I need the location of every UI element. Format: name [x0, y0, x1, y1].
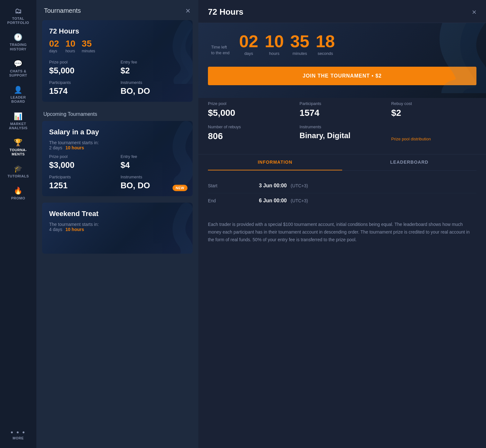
sidebar-item-market-analysis[interactable]: 📊 MARKETANALYSIS	[0, 108, 36, 135]
active-instruments: Instruments BO, DO	[121, 80, 186, 96]
detail-rebuy-cost-value: $2	[391, 108, 476, 118]
detail-rebuy-cost-label: Rebuy cost	[391, 101, 476, 106]
upcoming-card-1-stats: Prize pool $3,000 Entry fee $4 Participa…	[49, 154, 186, 190]
detail-instruments: Instruments Binary, Digital	[299, 124, 385, 141]
sidebar-label-chats-support: CHATS &SUPPORT	[9, 69, 27, 78]
close-detail-button[interactable]: ×	[472, 8, 476, 16]
detail-prize-pool: Prize pool $5,000	[208, 101, 293, 118]
active-prize-pool-label: Prize pool	[49, 60, 114, 64]
sidebar-item-leaderboard[interactable]: 👤 LEADERBOARD	[0, 82, 36, 108]
big-hours-value: 10	[265, 33, 284, 50]
upcoming-card-1-starts: The tournament starts in: 2 days 10 hour…	[49, 140, 186, 150]
new-badge: NEW	[173, 185, 188, 191]
active-tournament-card[interactable]: 72 Hours 02 days 10 hours 35 minutes Pri…	[42, 20, 193, 102]
sidebar-item-tournaments[interactable]: 🏆 TOURNA-MENTS	[0, 135, 36, 161]
panel-title: Tournaments	[44, 7, 81, 14]
active-prize-pool: Prize pool $5,000	[49, 60, 114, 76]
detail-participants-label: Participants	[299, 101, 385, 106]
end-row: End 6 Jun 00:00 (UTC+3)	[208, 193, 476, 208]
dots-icon: ● ● ●	[11, 430, 26, 434]
sidebar: 🗂 TOTAL PORTFOLIO 🕐 TRADINGHISTORY 💬 CHA…	[0, 0, 36, 448]
big-days-value: 02	[239, 33, 258, 50]
sidebar-item-total-portfolio[interactable]: 🗂 TOTAL PORTFOLIO	[0, 3, 36, 29]
big-seconds-label: seconds	[318, 51, 333, 56]
active-instruments-value: BO, DO	[121, 86, 186, 96]
big-minutes-value: 35	[290, 33, 309, 50]
close-tournaments-button[interactable]: ✕	[185, 8, 191, 14]
big-minutes: 35 minutes	[290, 33, 309, 56]
countdown-minutes-value: 35	[82, 39, 92, 48]
big-minutes-label: minutes	[292, 51, 307, 56]
countdown-minutes-label: minutes	[82, 49, 95, 53]
end-label: End	[208, 198, 259, 203]
detail-rebuys: Number of rebuys 806	[208, 124, 293, 141]
sidebar-label-total-portfolio: TOTAL PORTFOLIO	[3, 17, 34, 25]
sidebar-item-trading-history[interactable]: 🕐 TRADINGHISTORY	[0, 29, 36, 56]
time-left-label: Time left to the end	[211, 44, 230, 56]
upcoming-card-2-starts: The tournament starts in: 4 days 10 hour…	[49, 222, 186, 232]
countdown-hours: 10 hours	[65, 39, 75, 53]
detail-prize-pool-label: Prize pool	[208, 101, 293, 106]
upcoming-card-2[interactable]: Weekend Treat The tournament starts in: …	[42, 203, 193, 254]
active-participants-value: 1574	[49, 86, 114, 96]
countdown-hours-label: hours	[65, 49, 75, 53]
start-value: 3 Jun 00:00 (UTC+3)	[259, 183, 308, 189]
active-card-countdown: 02 days 10 hours 35 minutes	[49, 39, 186, 53]
clock-icon: 🕐	[14, 34, 23, 41]
trophy-icon: 🏆	[14, 139, 23, 146]
big-hours-label: hours	[269, 51, 280, 56]
sidebar-label-market-analysis: MARKETANALYSIS	[9, 122, 28, 130]
detail-participants: Participants 1574	[299, 101, 385, 118]
active-entry-fee: Entry fee $2	[121, 60, 186, 76]
detail-rebuys-value: 806	[208, 131, 293, 141]
big-countdown-items: 02 days 10 hours 35 minutes 18 seconds	[239, 33, 335, 56]
detail-rebuy-cost: Rebuy cost $2	[391, 101, 476, 118]
detail-instruments-label: Instruments	[299, 124, 385, 129]
upcoming-card-1[interactable]: Salary in a Day The tournament starts in…	[42, 121, 193, 196]
detail-instruments-value: Binary, Digital	[299, 131, 385, 140]
sidebar-item-more[interactable]: ● ● ● MORE	[0, 425, 36, 445]
briefcase-icon: 🗂	[15, 8, 22, 15]
big-seconds: 18 seconds	[316, 33, 335, 56]
detail-participants-value: 1574	[299, 108, 385, 118]
chart-icon: 📊	[14, 113, 23, 120]
tab-information[interactable]: INFORMATION	[208, 154, 342, 170]
upcoming-card-2-title: Weekend Treat	[49, 210, 186, 218]
detail-prize-pool-value: $5,000	[208, 108, 293, 118]
active-participants: Participants 1574	[49, 80, 114, 96]
active-participants-label: Participants	[49, 80, 114, 85]
countdown-minutes: 35 minutes	[82, 39, 95, 53]
detail-header: 72 Hours ×	[198, 0, 486, 23]
upcoming-card-1-title: Salary in a Day	[49, 128, 186, 136]
upcoming-tournaments-label: Upcoming Tournaments	[36, 108, 198, 121]
end-value: 6 Jun 00:00 (UTC+3)	[259, 198, 308, 204]
sidebar-item-promo[interactable]: 🔥 PROMO	[0, 183, 36, 205]
detail-stats: Prize pool $5,000 Participants 1574 Rebu…	[198, 98, 486, 154]
active-card-stats: Prize pool $5,000 Entry fee $2 Participa…	[49, 60, 186, 96]
active-entry-fee-label: Entry fee	[121, 60, 186, 64]
big-seconds-value: 18	[316, 33, 335, 50]
detail-stats-row-2: Number of rebuys 806 Instruments Binary,…	[208, 124, 476, 141]
sidebar-item-tutorials[interactable]: 🎓 TUTORIALS	[0, 161, 36, 183]
countdown-days: 02 days	[49, 39, 59, 53]
sidebar-label-leaderboard: LEADERBOARD	[11, 95, 26, 104]
tab-leaderboard[interactable]: LEADERBOARD	[342, 154, 476, 170]
big-hours: 10 hours	[265, 33, 284, 56]
detail-tabs: INFORMATION LEADERBOARD	[208, 154, 476, 171]
info-section: Start 3 Jun 00:00 (UTC+3) End 6 Jun 00:0…	[198, 171, 486, 216]
graduation-icon: 🎓	[14, 165, 23, 172]
active-entry-fee-value: $2	[121, 66, 186, 76]
sidebar-item-chats-support[interactable]: 💬 CHATS &SUPPORT	[0, 56, 36, 82]
upcoming-1-entry-fee: Entry fee $4	[121, 154, 186, 170]
description-text: Each trader is provided with a special $…	[198, 216, 486, 253]
big-countdown: Time left to the end 02 days 10 hours 35…	[198, 23, 486, 59]
fire-icon: 🔥	[14, 187, 23, 194]
active-prize-pool-value: $5,000	[49, 66, 114, 76]
sidebar-label-promo: PROMO	[11, 196, 25, 200]
big-days: 02 days	[239, 33, 258, 56]
active-card-title: 72 Hours	[49, 27, 186, 35]
prize-pool-distribution-link[interactable]: Prize pool distribution	[391, 137, 431, 141]
tournaments-panel: Tournaments ✕ 72 Hours 02 days 10 hours …	[36, 0, 198, 448]
detail-stats-row-1: Prize pool $5,000 Participants 1574 Rebu…	[208, 101, 476, 118]
chat-icon: 💬	[14, 60, 23, 67]
